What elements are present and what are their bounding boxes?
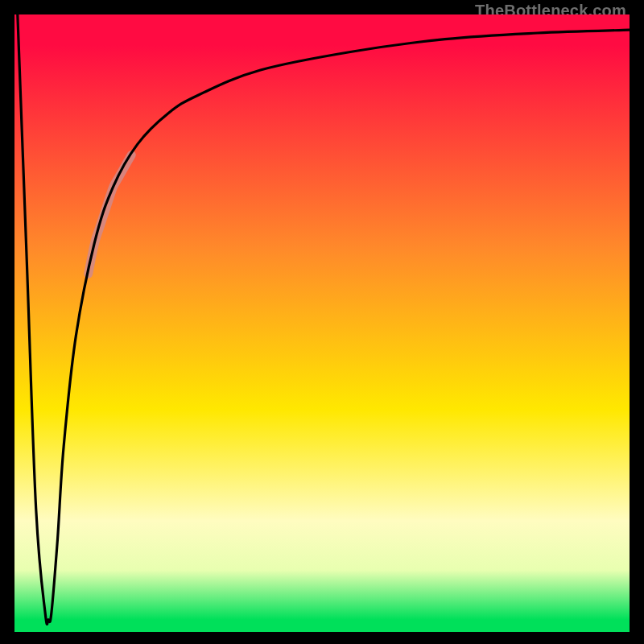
chart-frame: TheBottleneck.com: [0, 0, 644, 644]
curve-svg: [14, 14, 630, 632]
bottleneck-curve: [18, 14, 630, 624]
plot-area: [14, 14, 630, 632]
highlight-segment: [89, 155, 132, 275]
